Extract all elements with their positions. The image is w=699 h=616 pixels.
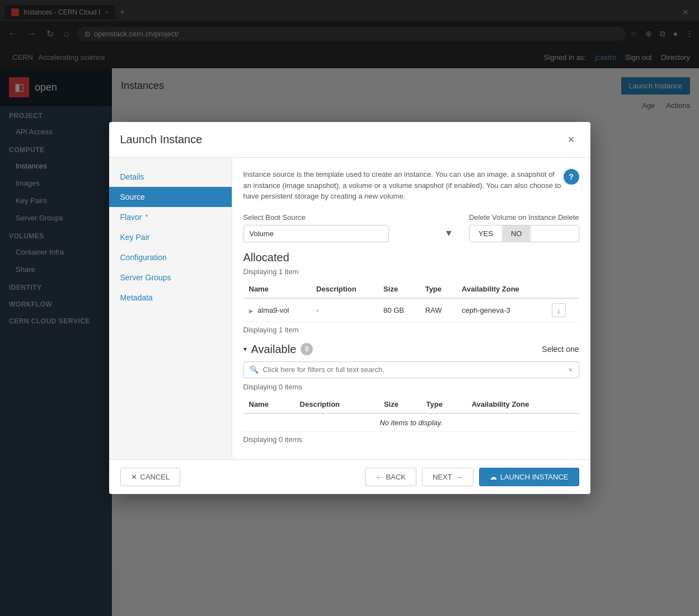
next-arrow-icon: → [456,473,463,481]
flavor-label: Flavor [120,213,142,222]
source-description: Instance source is the template used to … [243,169,579,202]
available-col-name: Name [243,396,294,413]
allocated-row-type: RAW [420,298,456,322]
launch-label: LAUNCH INSTANCE [500,473,569,481]
available-collapse-icon[interactable]: ▾ [243,345,247,353]
details-label: Details [120,172,144,181]
launch-instance-button[interactable]: ☁ LAUNCH INSTANCE [479,468,579,486]
back-label: BACK [386,473,406,481]
next-label: NEXT [433,473,452,481]
modal-title: Launch Instance [120,133,203,146]
modal-overlay: Launch Instance × Details Source Flavor … [0,0,699,616]
select-one-label: Select one [542,345,579,354]
allocated-col-actions [546,280,579,298]
modal-content-area: ? Instance source is the template used t… [232,158,590,459]
modal-sidebar: Details Source Flavor * Key Pair Configu… [109,158,232,459]
boot-source-label: Select Boot Source [243,213,458,222]
boot-source-select-wrapper: Volume ▼ [243,225,458,242]
allocated-col-az: Availability Zone [456,280,546,298]
available-search-bar[interactable]: 🔍 × [243,361,579,378]
allocated-row-down-button[interactable]: ↓ [552,303,566,317]
next-button[interactable]: NEXT → [422,468,473,486]
allocated-title: Allocated [243,251,579,264]
flavor-required-indicator: * [145,213,148,221]
allocated-col-name: Name [243,280,311,298]
boot-source-select[interactable]: Volume [243,225,389,242]
available-displaying-bottom: Displaying 0 items [243,435,579,444]
available-search-input[interactable] [263,365,564,374]
available-table: Name Description Size Type Availability … [243,396,579,432]
row-expand-icon[interactable]: ▶ [249,308,254,314]
delete-volume-group: Delete Volume on Instance Delete YES NO [469,213,579,242]
metadata-label: Metadata [120,293,153,302]
cloud-icon: ☁ [490,473,497,481]
allocated-row-name: ▶ alma9-vol [243,298,311,322]
allocated-table-header-row: Name Description Size Type Availability … [243,280,579,298]
available-col-description: Description [294,396,378,413]
available-table-header-row: Name Description Size Type Availability … [243,396,579,413]
select-arrow-icon: ▼ [444,228,453,238]
allocated-displaying-top: Displaying 1 item [243,267,579,276]
modal-sidebar-metadata[interactable]: Metadata [109,288,232,308]
server-groups-label: Server Groups [120,273,171,282]
no-items-text: No items to display. [243,413,579,432]
configuration-label: Configuration [120,253,167,262]
source-label: Source [120,192,145,201]
table-row: No items to display. [243,413,579,432]
allocated-row-size: 80 GB [378,298,420,322]
allocated-row-az: ceph-geneva-3 [456,298,546,322]
modal-sidebar-server-groups[interactable]: Server Groups [109,267,232,288]
available-count-badge: 0 [301,343,313,355]
cancel-label: CANCEL [140,473,170,481]
delete-volume-label: Delete Volume on Instance Delete [469,213,579,222]
form-row-boot-source: Select Boot Source Volume ▼ Delete Volum… [243,213,579,242]
modal-header: Launch Instance × [109,122,590,158]
cancel-x-icon: ✕ [131,473,137,481]
allocated-col-size: Size [378,280,420,298]
modal-sidebar-flavor[interactable]: Flavor * [109,207,232,227]
launch-instance-modal: Launch Instance × Details Source Flavor … [109,122,590,494]
available-header: ▾ Available 0 Select one [243,343,579,356]
table-row: ▶ alma9-vol - 80 GB RAW ceph-geneva-3 ↓ [243,298,579,322]
available-title-group: ▾ Available 0 [243,343,313,356]
key-pair-label: Key Pair [120,233,150,242]
allocated-col-description: Description [311,280,378,298]
search-icon: 🔍 [250,365,259,374]
modal-sidebar-source[interactable]: Source [109,187,232,207]
allocated-col-type: Type [420,280,456,298]
modal-sidebar-key-pair[interactable]: Key Pair [109,227,232,247]
modal-sidebar-configuration[interactable]: Configuration [109,247,232,267]
delete-volume-toggle: YES NO [469,225,579,242]
back-button[interactable]: ← BACK [365,468,416,486]
search-clear-icon[interactable]: × [568,365,573,374]
back-arrow-icon: ← [376,473,383,481]
available-col-az: Availability Zone [466,396,579,413]
allocated-table: Name Description Size Type Availability … [243,280,579,322]
modal-close-button[interactable]: × [564,131,579,148]
cancel-button[interactable]: ✕ CANCEL [120,468,181,486]
no-toggle-button[interactable]: NO [502,225,531,242]
modal-sidebar-details[interactable]: Details [109,167,232,187]
boot-source-group: Select Boot Source Volume ▼ [243,213,458,242]
allocated-section: Allocated Displaying 1 item Name Descrip… [243,251,579,334]
yes-toggle-button[interactable]: YES [470,225,502,242]
allocated-row-action: ↓ [546,298,579,322]
available-title-text: Available [251,343,297,356]
modal-footer: ✕ CANCEL ← BACK NEXT → ☁ LAUNCH INSTANCE [109,459,590,494]
available-displaying-top: Displaying 0 items [243,383,579,391]
allocated-displaying-bottom: Displaying 1 item [243,326,579,334]
modal-body: Details Source Flavor * Key Pair Configu… [109,158,590,459]
available-col-type: Type [421,396,466,413]
help-icon-button[interactable]: ? [564,169,579,185]
available-section: ▾ Available 0 Select one 🔍 × Displaying … [243,343,579,444]
available-col-size: Size [378,396,421,413]
allocated-row-description: - [311,298,378,322]
